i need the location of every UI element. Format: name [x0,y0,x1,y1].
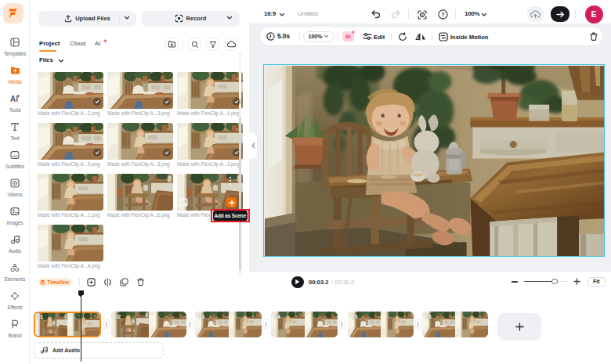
svg-text:?: ? [441,11,445,18]
